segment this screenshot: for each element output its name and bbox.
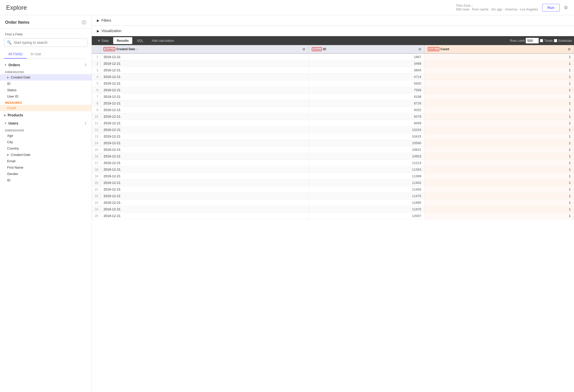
cell-created-date: 2019-12-21 <box>100 93 308 100</box>
row-number: 6 <box>92 87 100 93</box>
subtotals-checkbox-label[interactable]: Subtotals <box>554 39 572 43</box>
table-row: 172019-12-21112131 <box>92 160 574 166</box>
field-orders-created-date[interactable]: ▶ Created Date <box>0 74 92 80</box>
col-settings-icon-2[interactable]: ⚙ <box>418 47 421 51</box>
cell-created-date: 2019-12-21 <box>100 53 308 60</box>
field-users-gender[interactable]: Gender <box>0 171 92 177</box>
row-number: 5 <box>92 80 100 87</box>
table-row: 82019-12-2187261 <box>92 100 574 107</box>
cell-count: 1 <box>424 93 574 100</box>
cell-user-id: 9459 <box>308 120 424 127</box>
row-number: 14 <box>92 140 100 146</box>
data-tab[interactable]: ▼ Data <box>94 37 112 44</box>
cell-user-id: 11389 <box>308 173 424 180</box>
field-users-city[interactable]: City <box>0 139 92 145</box>
search-input[interactable] <box>14 40 85 45</box>
field-users-country[interactable]: Country <box>0 145 92 152</box>
field-group-products-header[interactable]: ▶ Products <box>0 111 92 119</box>
tab-in-use[interactable]: In Use <box>27 50 45 59</box>
search-box: 🔍 <box>4 38 87 47</box>
search-icon: 🔍 <box>7 40 12 45</box>
row-number: 24 <box>92 206 100 213</box>
page-title: Explore <box>6 4 27 11</box>
field-users-id[interactable]: ID <box>0 177 92 183</box>
field-group-products: ▶ Products <box>0 111 92 119</box>
cell-user-id: 8726 <box>308 100 424 107</box>
cell-created-date: 2019-12-21 <box>100 127 308 133</box>
col-settings-icon-1[interactable]: ⚙ <box>302 47 305 51</box>
results-tab[interactable]: Results <box>113 37 132 44</box>
sidebar-content: ▼ Orders 2 DIMENSIONS ▶ Created Date ID … <box>0 59 92 392</box>
add-calculation-button[interactable]: Add calculation <box>148 37 178 44</box>
table-header-row: Orders Created Date ↓ ⚙ Users ID <box>92 45 574 53</box>
expand-icon: ▶ <box>7 76 9 79</box>
cell-count: 1 <box>424 146 574 153</box>
measures-label-orders: MEASURES <box>0 100 92 105</box>
timezone-selector[interactable]: Time Zone ⌄ <box>456 4 538 7</box>
cell-count: 1 <box>424 213 574 219</box>
cell-created-date: 2019-12-21 <box>100 160 308 166</box>
cell-created-date: 2019-12-21 <box>100 180 308 186</box>
field-group-users-header[interactable]: ▼ Users 1 <box>0 119 92 127</box>
main-layout: Order Items Ⓒ Find a Field 🔍 All Fields … <box>0 15 574 392</box>
field-users-first-name[interactable]: First Name <box>0 164 92 171</box>
row-limit-input[interactable] <box>526 38 539 44</box>
cell-created-date: 2019-12-21 <box>100 67 308 74</box>
sidebar: Order Items Ⓒ Find a Field 🔍 All Fields … <box>0 15 92 392</box>
top-bar-right: Time Zone ⌄ 500 rows · from cache · 2m a… <box>456 4 568 11</box>
field-orders-id[interactable]: ID <box>0 80 92 87</box>
cell-created-date: 2019-12-21 <box>100 199 308 206</box>
field-orders-user-id[interactable]: User ID <box>0 93 92 100</box>
table-row: 232019-12-21116851 <box>92 199 574 206</box>
table-row: 92019-12-2192021 <box>92 107 574 113</box>
settings-icon[interactable]: ⚙ <box>564 5 568 10</box>
cell-count: 1 <box>424 120 574 127</box>
table-row: 202019-12-21114021 <box>92 180 574 186</box>
row-number: 19 <box>92 173 100 180</box>
row-number: 21 <box>92 186 100 193</box>
cell-count: 1 <box>424 74 574 80</box>
cell-user-id: 11685 <box>308 199 424 206</box>
subtotals-checkbox[interactable] <box>554 39 557 42</box>
sql-tab[interactable]: SQL <box>133 37 147 44</box>
field-orders-status[interactable]: Status <box>0 87 92 93</box>
row-number: 2 <box>92 60 100 67</box>
cell-user-id: 3804 <box>308 67 424 74</box>
table-row: 242019-12-21118701 <box>92 206 574 213</box>
col-header-orders-created-date[interactable]: Orders Created Date ↓ ⚙ <box>100 45 308 53</box>
cell-created-date: 2019-12-21 <box>100 80 308 87</box>
tab-all-fields[interactable]: All Fields <box>4 50 27 59</box>
cell-count: 1 <box>424 206 574 213</box>
run-button[interactable]: Run <box>542 4 560 11</box>
table-row: 142019-12-21105601 <box>92 140 574 146</box>
cell-count: 1 <box>424 67 574 74</box>
cell-count: 1 <box>424 180 574 186</box>
cell-created-date: 2019-12-21 <box>100 87 308 93</box>
cell-user-id: 10653 <box>308 153 424 160</box>
viz-expand-icon: ▶ <box>97 29 99 33</box>
col-settings-icon-3[interactable]: ⚙ <box>568 47 571 51</box>
col-header-orders-count[interactable]: Orders Count ⚙ <box>424 45 574 53</box>
field-group-orders-header[interactable]: ▼ Orders 2 <box>0 61 92 69</box>
visualization-section[interactable]: ▶ Visualization <box>92 26 574 36</box>
cache-info: 500 rows · from cache · 2m ago · America… <box>456 7 538 11</box>
field-users-email[interactable]: Email <box>0 158 92 164</box>
cell-count: 1 <box>424 107 574 113</box>
sidebar-collapse-button[interactable]: Ⓒ <box>82 19 86 25</box>
totals-checkbox-label[interactable]: Totals <box>540 39 553 43</box>
field-group-orders: ▼ Orders 2 DIMENSIONS ▶ Created Date ID … <box>0 61 92 111</box>
cell-created-date: 2019-12-21 <box>100 186 308 193</box>
field-users-age[interactable]: Age <box>0 132 92 139</box>
chevron-right-icon: ▶ <box>4 114 6 117</box>
dimensions-label-users: DIMENSIONS <box>0 127 92 132</box>
cell-user-id: 11213 <box>308 160 424 166</box>
cell-created-date: 2019-12-21 <box>100 213 308 219</box>
col-header-users-id[interactable]: Users ID ⚙ <box>308 45 424 53</box>
field-users-created-date[interactable]: ▶ Created Date <box>0 152 92 158</box>
totals-checkbox[interactable] <box>540 39 543 42</box>
field-orders-count[interactable]: Count <box>0 105 92 111</box>
cell-user-id: 3499 <box>308 60 424 67</box>
filters-section[interactable]: ▶ Filters <box>92 15 574 26</box>
cell-count: 1 <box>424 186 574 193</box>
data-toolbar: ▼ Data Results SQL Add calculation Row L… <box>92 36 574 45</box>
